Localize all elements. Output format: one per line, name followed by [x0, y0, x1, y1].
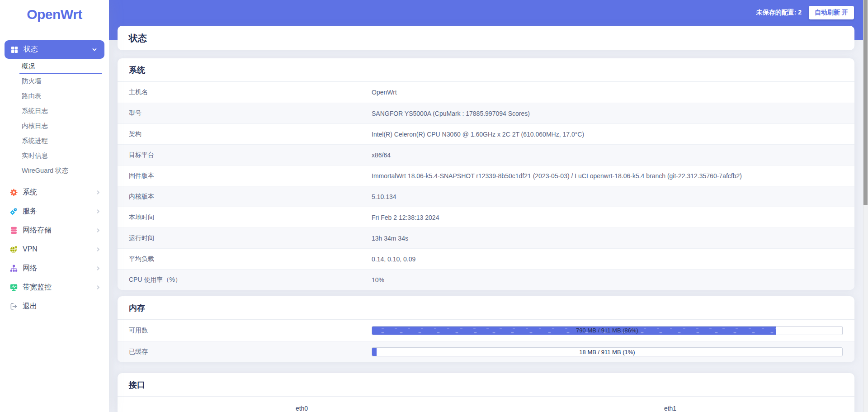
interface-name-eth1: eth1	[486, 405, 854, 412]
sidebar-groups: 系统	[0, 183, 109, 316]
memory-free-progressbar: 790 MB / 911 MB (86%)	[372, 326, 843, 335]
page-title: 状态	[129, 32, 147, 44]
sidebar-item-processes[interactable]: 系统进程	[0, 133, 109, 148]
sidebar-item-label: 带宽监控	[23, 283, 52, 292]
sitemap-icon	[10, 265, 18, 272]
sidebar-item-system[interactable]: 系统	[0, 183, 109, 202]
sidebar-item-status[interactable]: 状态	[5, 40, 104, 59]
openwrt-logo: OpenWrt	[0, 6, 109, 23]
sidebar-item-label: 退出	[23, 302, 37, 311]
table-row: 本地时间 Fri Feb 2 12:38:13 2024	[118, 207, 854, 227]
sidebar-item-system-log[interactable]: 系统日志	[0, 104, 109, 118]
sidebar-item-bandwidth-monitor[interactable]: 带宽监控	[0, 278, 109, 297]
chevron-right-icon	[96, 266, 101, 271]
chevron-right-icon	[96, 190, 101, 195]
sidebar-item-label: 系统	[23, 188, 37, 197]
progressbar-label: 18 MB / 911 MB (1%)	[372, 348, 842, 356]
sidebar-item-kernel-log[interactable]: 内核日志	[0, 118, 109, 133]
grid-icon	[11, 46, 18, 53]
gear-icon	[10, 189, 18, 196]
table-row: 可用数 790 MB / 911 MB (86%)	[118, 320, 854, 341]
system-section-title: 系统	[118, 58, 854, 82]
table-row: 目标平台 x86/64	[118, 144, 854, 165]
sidebar: OpenWrt 状态 概况 防火墙 路由表 系统日志 内核日志 系统进程 实时信…	[0, 0, 109, 412]
status-submenu: 概况 防火墙 路由表 系统日志 内核日志 系统进程 实时信息 WireGuard…	[0, 59, 109, 178]
globe-lock-icon	[10, 246, 18, 253]
gears-icon	[10, 208, 18, 215]
sidebar-item-logout[interactable]: 退出	[0, 297, 109, 316]
chevron-right-icon	[96, 228, 101, 233]
interface-name-eth0: eth0	[118, 405, 486, 412]
memory-section-title: 内存	[118, 296, 854, 320]
database-icon	[10, 227, 18, 234]
sidebar-item-label: 状态	[24, 45, 38, 54]
sidebar-item-label: 网络存储	[23, 226, 52, 235]
table-row: 固件版本 ImmortalWrt 18.06-k5.4-SNAPSHOT r12…	[118, 165, 854, 186]
sidebar-item-overview[interactable]: 概况	[0, 59, 109, 74]
sidebar-item-vpn[interactable]: VPN	[0, 240, 109, 259]
sidebar-item-label: VPN	[23, 245, 38, 253]
chevron-right-icon	[96, 285, 101, 290]
table-row: 内核版本 5.10.134	[118, 186, 854, 207]
sign-out-icon	[10, 303, 18, 310]
memory-table: 可用数 790 MB / 911 MB (86%) 已缓存 18 MB / 91…	[118, 320, 854, 362]
chevron-down-icon	[92, 47, 97, 52]
table-row: 平均负载 0.14, 0.10, 0.09	[118, 248, 854, 269]
table-row: 运行时间 13h 34m 34s	[118, 227, 854, 248]
interfaces-section: 接口 eth0 eth1	[118, 373, 854, 412]
vertical-scrollbar[interactable]	[863, 0, 868, 412]
chevron-right-icon	[96, 247, 101, 252]
interfaces-row: eth0 eth1	[118, 397, 854, 412]
main-content: 状态 系统 主机名 OpenWrt 型号 SANGFOR YS5000A (Cp…	[118, 0, 854, 412]
progressbar-label: 790 MB / 911 MB (86%)	[372, 327, 842, 335]
interfaces-section-title: 接口	[118, 373, 854, 397]
system-table: 主机名 OpenWrt 型号 SANGFOR YS5000A (CpuMark …	[118, 82, 854, 290]
sidebar-item-network-storage[interactable]: 网络存储	[0, 221, 109, 240]
scrollbar-thumb[interactable]	[863, 0, 868, 205]
sidebar-item-network[interactable]: 网络	[0, 259, 109, 278]
table-row: CPU 使用率（%） 10%	[118, 269, 854, 290]
table-row: 型号 SANGFOR YS5000A (CpuMark : 17885.9970…	[118, 103, 854, 123]
table-row: 主机名 OpenWrt	[118, 82, 854, 103]
sidebar-item-wireguard[interactable]: WireGuard 状态	[0, 163, 109, 178]
chevron-right-icon	[96, 209, 101, 214]
sidebar-item-routes[interactable]: 路由表	[0, 89, 109, 104]
sidebar-item-realtime[interactable]: 实时信息	[0, 148, 109, 163]
table-row: 已缓存 18 MB / 911 MB (1%)	[118, 341, 854, 362]
sidebar-item-services[interactable]: 服务	[0, 202, 109, 221]
memory-section: 内存 可用数 790 MB / 911 MB (86%) 已缓存 18 MB /…	[118, 296, 854, 362]
memory-cached-progressbar: 18 MB / 911 MB (1%)	[372, 347, 843, 356]
sidebar-item-firewall[interactable]: 防火墙	[0, 74, 109, 89]
monitor-pulse-icon	[10, 284, 18, 291]
system-section: 系统 主机名 OpenWrt 型号 SANGFOR YS5000A (CpuMa…	[118, 58, 854, 290]
page-title-card: 状态	[118, 26, 854, 50]
sidebar-item-label: 服务	[23, 207, 37, 216]
sidebar-item-label: 网络	[23, 264, 37, 273]
table-row: 架构 Intel(R) Celeron(R) CPU N3060 @ 1.60G…	[118, 123, 854, 144]
